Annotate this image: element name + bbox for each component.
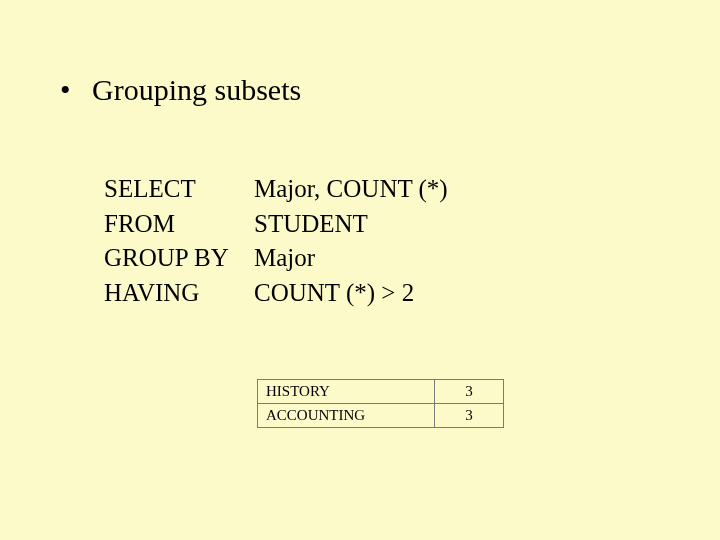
sql-keyword: HAVING — [104, 276, 254, 311]
result-major-cell: HISTORY — [258, 380, 435, 404]
result-count-cell: 3 — [435, 404, 504, 428]
bullet-item: • Grouping subsets — [60, 72, 301, 108]
result-major-cell: ACCOUNTING — [258, 404, 435, 428]
sql-row: GROUP BY Major — [104, 241, 448, 276]
sql-row: HAVING COUNT (*) > 2 — [104, 276, 448, 311]
table-row: ACCOUNTING 3 — [258, 404, 504, 428]
sql-keyword: SELECT — [104, 172, 254, 207]
sql-row: FROM STUDENT — [104, 207, 448, 242]
sql-clause: Major — [254, 241, 315, 276]
sql-row: SELECT Major, COUNT (*) — [104, 172, 448, 207]
sql-keyword: GROUP BY — [104, 241, 254, 276]
sql-clause: Major, COUNT (*) — [254, 172, 448, 207]
sql-keyword: FROM — [104, 207, 254, 242]
result-table: HISTORY 3 ACCOUNTING 3 — [257, 379, 504, 428]
sql-clause: STUDENT — [254, 207, 368, 242]
sql-clause: COUNT (*) > 2 — [254, 276, 414, 311]
sql-block: SELECT Major, COUNT (*) FROM STUDENT GRO… — [104, 172, 448, 310]
table-row: HISTORY 3 — [258, 380, 504, 404]
bullet-text: Grouping subsets — [92, 72, 301, 108]
result-count-cell: 3 — [435, 380, 504, 404]
slide: • Grouping subsets SELECT Major, COUNT (… — [0, 0, 720, 540]
bullet-dot-icon: • — [60, 72, 78, 108]
